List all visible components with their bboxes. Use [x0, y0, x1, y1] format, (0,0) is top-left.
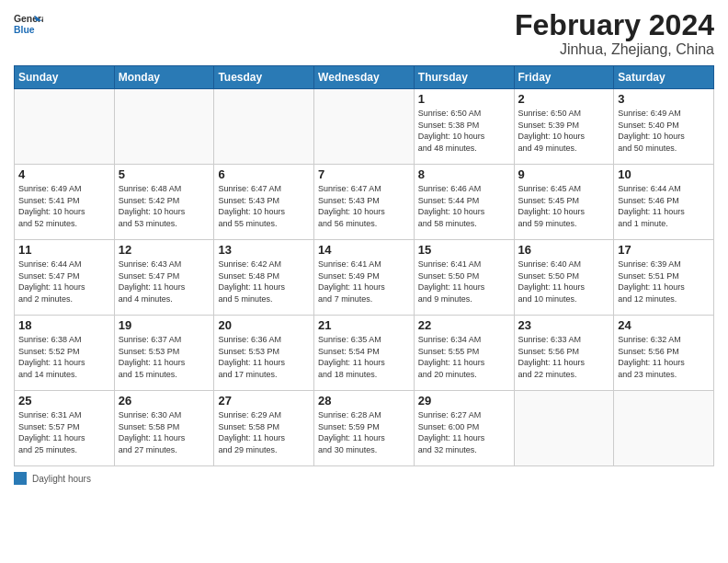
calendar-cell — [514, 391, 614, 466]
weekday-header-row: SundayMondayTuesdayWednesdayThursdayFrid… — [15, 66, 714, 89]
day-number: 1 — [418, 92, 510, 106]
day-number: 4 — [18, 167, 110, 181]
calendar-cell: 1Sunrise: 6:50 AM Sunset: 5:38 PM Daylig… — [414, 89, 514, 165]
day-number: 16 — [518, 243, 610, 257]
calendar-cell: 6Sunrise: 6:47 AM Sunset: 5:43 PM Daylig… — [214, 165, 314, 240]
day-number: 18 — [18, 318, 110, 332]
calendar-cell: 17Sunrise: 6:39 AM Sunset: 5:51 PM Dayli… — [614, 240, 714, 316]
calendar-cell: 18Sunrise: 6:38 AM Sunset: 5:52 PM Dayli… — [15, 316, 115, 391]
weekday-header-monday: Monday — [114, 66, 214, 89]
weekday-header-tuesday: Tuesday — [214, 66, 314, 89]
calendar-cell — [15, 89, 115, 165]
calendar-cell: 10Sunrise: 6:44 AM Sunset: 5:46 PM Dayli… — [614, 165, 714, 240]
calendar-cell: 20Sunrise: 6:36 AM Sunset: 5:53 PM Dayli… — [214, 316, 314, 391]
calendar-cell: 8Sunrise: 6:46 AM Sunset: 5:44 PM Daylig… — [414, 165, 514, 240]
calendar-cell: 7Sunrise: 6:47 AM Sunset: 5:43 PM Daylig… — [314, 165, 415, 240]
week-row-3: 11Sunrise: 6:44 AM Sunset: 5:47 PM Dayli… — [15, 240, 714, 316]
calendar-cell: 15Sunrise: 6:41 AM Sunset: 5:50 PM Dayli… — [414, 240, 514, 316]
day-info: Sunrise: 6:44 AM Sunset: 5:46 PM Dayligh… — [618, 183, 710, 229]
calendar-cell — [214, 89, 314, 165]
day-info: Sunrise: 6:29 AM Sunset: 5:58 PM Dayligh… — [218, 409, 310, 455]
day-info: Sunrise: 6:43 AM Sunset: 5:47 PM Dayligh… — [119, 259, 210, 304]
week-row-5: 25Sunrise: 6:31 AM Sunset: 5:57 PM Dayli… — [15, 391, 714, 466]
weekday-header-friday: Friday — [514, 66, 614, 89]
day-number: 26 — [119, 394, 210, 408]
day-number: 25 — [18, 394, 110, 408]
logo: General Blue — [14, 9, 43, 39]
day-number: 11 — [18, 243, 110, 257]
calendar-table: SundayMondayTuesdayWednesdayThursdayFrid… — [14, 65, 714, 466]
day-info: Sunrise: 6:42 AM Sunset: 5:48 PM Dayligh… — [218, 259, 310, 304]
calendar-cell: 2Sunrise: 6:50 AM Sunset: 5:39 PM Daylig… — [514, 89, 614, 165]
calendar-cell: 3Sunrise: 6:49 AM Sunset: 5:40 PM Daylig… — [614, 89, 714, 165]
legend-label: Daylight hours — [32, 474, 91, 484]
calendar-cell: 22Sunrise: 6:34 AM Sunset: 5:55 PM Dayli… — [414, 316, 514, 391]
weekday-header-saturday: Saturday — [614, 66, 714, 89]
week-row-2: 4Sunrise: 6:49 AM Sunset: 5:41 PM Daylig… — [15, 165, 714, 240]
day-info: Sunrise: 6:35 AM Sunset: 5:54 PM Dayligh… — [318, 334, 410, 380]
day-number: 21 — [318, 318, 410, 332]
day-number: 27 — [218, 394, 310, 408]
calendar-cell: 28Sunrise: 6:28 AM Sunset: 5:59 PM Dayli… — [314, 391, 415, 466]
day-number: 10 — [618, 167, 710, 181]
day-number: 20 — [218, 318, 310, 332]
legend: Daylight hours — [14, 472, 714, 485]
calendar-cell: 29Sunrise: 6:27 AM Sunset: 6:00 PM Dayli… — [414, 391, 514, 466]
header: General Blue February 2024 Jinhua, Zheji… — [14, 9, 714, 58]
calendar-cell — [314, 89, 415, 165]
day-number: 15 — [418, 243, 510, 257]
day-number: 7 — [318, 167, 410, 181]
day-number: 28 — [318, 394, 410, 408]
day-number: 6 — [218, 167, 310, 181]
calendar-cell: 9Sunrise: 6:45 AM Sunset: 5:45 PM Daylig… — [514, 165, 614, 240]
calendar-cell: 25Sunrise: 6:31 AM Sunset: 5:57 PM Dayli… — [15, 391, 115, 466]
day-info: Sunrise: 6:32 AM Sunset: 5:56 PM Dayligh… — [618, 334, 710, 380]
calendar-cell: 21Sunrise: 6:35 AM Sunset: 5:54 PM Dayli… — [314, 316, 415, 391]
day-info: Sunrise: 6:47 AM Sunset: 5:43 PM Dayligh… — [218, 183, 310, 229]
day-number: 8 — [418, 167, 510, 181]
day-number: 19 — [119, 318, 210, 332]
calendar-cell: 19Sunrise: 6:37 AM Sunset: 5:53 PM Dayli… — [114, 316, 214, 391]
day-info: Sunrise: 6:30 AM Sunset: 5:58 PM Dayligh… — [119, 409, 210, 455]
calendar-cell: 14Sunrise: 6:41 AM Sunset: 5:49 PM Dayli… — [314, 240, 415, 316]
title-block: February 2024 Jinhua, Zhejiang, China — [515, 9, 714, 58]
day-number: 24 — [618, 318, 710, 332]
day-number: 22 — [418, 318, 510, 332]
legend-color-box — [14, 472, 27, 485]
calendar-cell: 11Sunrise: 6:44 AM Sunset: 5:47 PM Dayli… — [15, 240, 115, 316]
day-number: 23 — [518, 318, 610, 332]
calendar-cell: 12Sunrise: 6:43 AM Sunset: 5:47 PM Dayli… — [114, 240, 214, 316]
day-number: 2 — [518, 92, 610, 106]
calendar-cell: 27Sunrise: 6:29 AM Sunset: 5:58 PM Dayli… — [214, 391, 314, 466]
day-info: Sunrise: 6:34 AM Sunset: 5:55 PM Dayligh… — [418, 334, 510, 380]
day-info: Sunrise: 6:36 AM Sunset: 5:53 PM Dayligh… — [218, 334, 310, 380]
day-info: Sunrise: 6:37 AM Sunset: 5:53 PM Dayligh… — [119, 334, 210, 380]
day-number: 5 — [119, 167, 210, 181]
logo-icon: General Blue — [14, 9, 43, 39]
calendar-cell: 5Sunrise: 6:48 AM Sunset: 5:42 PM Daylig… — [114, 165, 214, 240]
day-info: Sunrise: 6:48 AM Sunset: 5:42 PM Dayligh… — [119, 183, 210, 229]
day-number: 9 — [518, 167, 610, 181]
calendar-cell: 13Sunrise: 6:42 AM Sunset: 5:48 PM Dayli… — [214, 240, 314, 316]
day-info: Sunrise: 6:41 AM Sunset: 5:49 PM Dayligh… — [318, 259, 410, 304]
day-number: 12 — [119, 243, 210, 257]
calendar-cell: 24Sunrise: 6:32 AM Sunset: 5:56 PM Dayli… — [614, 316, 714, 391]
day-info: Sunrise: 6:46 AM Sunset: 5:44 PM Dayligh… — [418, 183, 510, 229]
day-info: Sunrise: 6:33 AM Sunset: 5:56 PM Dayligh… — [518, 334, 610, 380]
day-number: 3 — [618, 92, 710, 106]
calendar-cell: 4Sunrise: 6:49 AM Sunset: 5:41 PM Daylig… — [15, 165, 115, 240]
day-number: 13 — [218, 243, 310, 257]
calendar-cell — [114, 89, 214, 165]
day-info: Sunrise: 6:28 AM Sunset: 5:59 PM Dayligh… — [318, 409, 410, 455]
day-info: Sunrise: 6:31 AM Sunset: 5:57 PM Dayligh… — [18, 409, 110, 455]
day-info: Sunrise: 6:38 AM Sunset: 5:52 PM Dayligh… — [18, 334, 110, 380]
day-info: Sunrise: 6:39 AM Sunset: 5:51 PM Dayligh… — [618, 259, 710, 304]
day-info: Sunrise: 6:49 AM Sunset: 5:40 PM Dayligh… — [618, 108, 710, 154]
weekday-header-wednesday: Wednesday — [314, 66, 415, 89]
day-number: 14 — [318, 243, 410, 257]
day-info: Sunrise: 6:50 AM Sunset: 5:38 PM Dayligh… — [418, 108, 510, 154]
day-info: Sunrise: 6:50 AM Sunset: 5:39 PM Dayligh… — [518, 108, 610, 154]
day-info: Sunrise: 6:27 AM Sunset: 6:00 PM Dayligh… — [418, 409, 510, 455]
week-row-1: 1Sunrise: 6:50 AM Sunset: 5:38 PM Daylig… — [15, 89, 714, 165]
calendar-cell: 26Sunrise: 6:30 AM Sunset: 5:58 PM Dayli… — [114, 391, 214, 466]
